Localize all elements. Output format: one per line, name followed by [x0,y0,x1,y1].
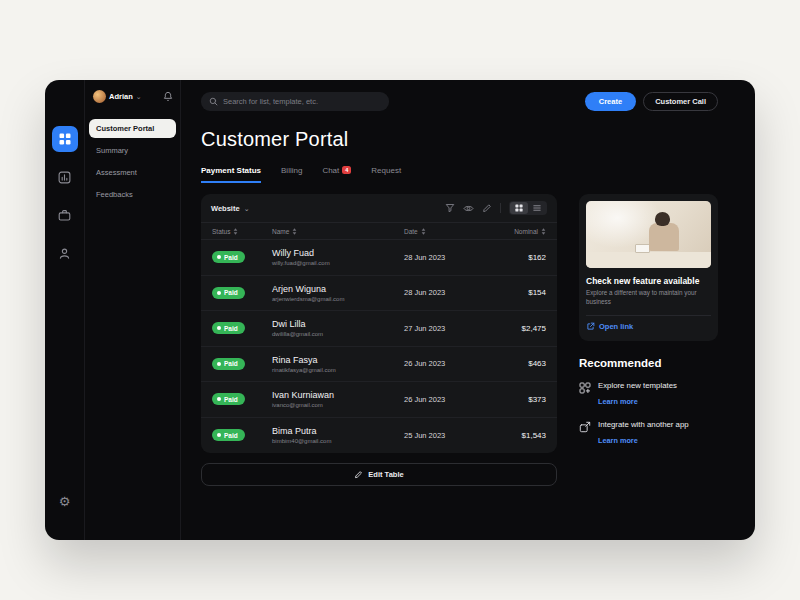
status-dot-icon [217,433,221,437]
payment-date: 27 Jun 2023 [404,324,486,333]
list-view-icon[interactable] [528,202,546,214]
create-button[interactable]: Create [585,92,636,111]
table-section: Website ⌄ [201,194,557,486]
table-row[interactable]: Paid Ivan Kurniawanivanco@gmail.com 26 J… [201,382,557,418]
sidebar-nav: Customer Portal Summary Assessment Feedb… [89,119,176,204]
view-toggle [509,201,547,215]
sidebar-item-assessment[interactable]: Assessment [89,163,176,182]
learn-more-link[interactable]: Learn more [598,397,638,406]
customer-name: Arjen Wiguna [272,284,404,294]
customer-email: bimbim40@gmail.com [272,438,404,444]
rail-projects-button[interactable] [52,202,78,228]
toolbar-divider [500,203,501,213]
desktop-background: ⚙ Adrian ⌄ Customer Portal Summary Asses… [0,0,800,600]
pencil-icon [354,470,363,479]
recommended-item-integrate: Integrate with another app Learn more [579,420,718,447]
rail-analytics-button[interactable] [52,164,78,190]
status-badge: Paid [212,429,245,441]
promo-card: Check new feature available Explore a di… [579,194,718,341]
pencil-icon[interactable] [482,203,492,213]
status-badge: Paid [212,393,245,405]
sidebar-item-customer-portal[interactable]: Customer Portal [89,119,176,138]
customer-email: rinatikfasya@gmail.com [272,367,404,373]
sidebar: Adrian ⌄ Customer Portal Summary Assessm… [85,80,181,540]
tab-request[interactable]: Request [371,166,401,183]
chart-icon [58,171,71,184]
filter-icon[interactable] [445,203,455,213]
sidebar-user-row: Adrian ⌄ [89,90,176,103]
payment-date: 28 Jun 2023 [404,253,486,262]
search-bar[interactable] [201,92,389,111]
customer-call-button[interactable]: Customer Call [643,92,718,111]
column-header-name[interactable]: Name [272,228,404,235]
status-badge: Paid [212,251,245,263]
tab-billing[interactable]: Billing [281,166,302,183]
table-row[interactable]: Paid Bima Putrabimbim40@gmail.com 25 Jun… [201,418,557,454]
recommended-item-label: Explore new templates [598,381,677,390]
column-header-status[interactable]: Status [212,228,272,235]
status-badge: Paid [212,287,245,299]
eye-icon[interactable] [463,204,474,213]
tab-payment-status[interactable]: Payment Status [201,166,261,183]
table-row[interactable]: Paid Dwi Lilladwililla@gmail.com 27 Jun … [201,311,557,347]
website-filter-dropdown[interactable]: Website ⌄ [211,204,250,213]
external-link-icon [586,322,595,331]
status-dot-icon [217,291,221,295]
customer-name: Willy Fuad [272,248,404,258]
sort-icon [233,228,238,235]
table-row[interactable]: Paid Arjen Wigunaarjenwierdsma@gmail.com… [201,276,557,312]
nominal-value: $162 [486,253,546,262]
payment-date: 26 Jun 2023 [404,359,486,368]
column-header-nominal[interactable]: Nominal [486,228,546,235]
column-header-date[interactable]: Date [404,228,486,235]
settings-button[interactable]: ⚙ [52,488,78,514]
recommended-item-templates: Explore new templates Learn more [579,381,718,408]
chat-badge: 4 [342,166,351,174]
customer-name: Ivan Kurniawan [272,390,404,400]
gear-icon: ⚙ [59,495,71,508]
person-icon [58,247,71,260]
app-window: ⚙ Adrian ⌄ Customer Portal Summary Asses… [45,80,755,540]
search-input[interactable] [223,97,381,106]
chevron-down-icon: ⌄ [244,205,250,212]
sidebar-item-summary[interactable]: Summary [89,141,176,160]
status-dot-icon [217,362,221,366]
status-dot-icon [217,326,221,330]
status-badge: Paid [212,358,245,370]
table-row[interactable]: Paid Rina Fasyarinatikfasya@gmail.com 26… [201,347,557,383]
sort-icon [421,228,426,235]
status-dot-icon [217,255,221,259]
promo-subtitle: Explore a different way to maintain your… [586,289,711,307]
bell-icon[interactable] [163,91,173,102]
nominal-value: $2,475 [486,324,546,333]
integrate-icon [579,421,591,433]
promo-image [586,201,711,268]
avatar[interactable] [93,90,106,103]
customer-email: dwililla@gmail.com [272,331,404,337]
main-area: Create Customer Call Customer Portal Pay… [181,80,755,540]
search-icon [209,97,218,106]
page-title: Customer Portal [201,128,718,151]
payment-date: 26 Jun 2023 [404,395,486,404]
tab-chat[interactable]: Chat4 [322,166,351,183]
learn-more-link[interactable]: Learn more [598,436,638,445]
table-tools [445,201,547,215]
sidebar-item-feedbacks[interactable]: Feedbacks [89,185,176,204]
edit-table-button[interactable]: Edit Table [201,463,557,486]
briefcase-icon [58,209,71,222]
apps-grid-icon [59,133,71,145]
payment-date: 25 Jun 2023 [404,431,486,440]
user-name[interactable]: Adrian [109,92,133,101]
nominal-value: $1,543 [486,431,546,440]
sort-icon [541,228,546,235]
rail-profile-button[interactable] [52,240,78,266]
grid-view-icon[interactable] [510,202,528,214]
right-panel: Check new feature available Explore a di… [579,194,718,486]
customer-email: ivanco@gmail.com [272,402,404,408]
chevron-down-icon: ⌄ [136,93,142,100]
topbar: Create Customer Call [201,92,718,111]
rail-apps-button[interactable] [52,126,78,152]
table-row[interactable]: Paid Willy Fuadwilly.fuad@gmail.com 28 J… [201,240,557,276]
recommended-item-label: Integrate with another app [598,420,689,429]
open-link[interactable]: Open link [586,315,711,334]
